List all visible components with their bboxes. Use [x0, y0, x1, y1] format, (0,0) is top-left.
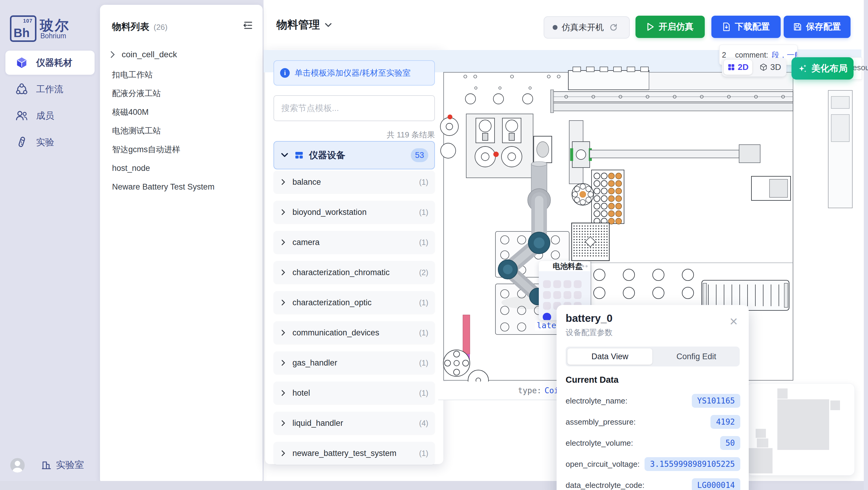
field-row-electrolyte-name: electrolyte_name: YS101165	[566, 392, 740, 409]
template-hint-text: 单击模板添加仪器/耗材至实验室	[294, 67, 411, 78]
tray-slot	[553, 280, 561, 288]
sidebar-item-label: 成员	[36, 110, 54, 122]
right-scroll-strip	[864, 0, 868, 490]
search-template-input[interactable]	[274, 95, 435, 121]
download-config-button[interactable]: 下载配置	[711, 16, 781, 38]
template-item-count: (1)	[419, 178, 428, 186]
field-value: LG000014	[692, 478, 740, 490]
refresh-icon[interactable]	[609, 23, 618, 32]
template-item-name: characterization_optic	[292, 298, 372, 307]
cube-icon	[15, 56, 28, 69]
field-label: data_electrolyte_code:	[566, 477, 645, 490]
field-value: 3.1559998989105225	[645, 457, 740, 471]
page-title-dropdown[interactable]: 物料管理	[277, 18, 332, 32]
chevron-right-icon	[281, 269, 285, 276]
user-avatar[interactable]	[10, 458, 25, 472]
template-item-name: bioyond_workstation	[292, 208, 367, 217]
save-config-button[interactable]: 保存配置	[784, 16, 850, 38]
template-item-neware-battery-test-system[interactable]: neware_battery_test_system(1)	[274, 442, 435, 465]
material-item-label: host_node	[112, 164, 150, 173]
page-title: 物料管理	[277, 18, 320, 32]
material-item-label: 电池测试工站	[112, 125, 161, 136]
tray-slot	[574, 280, 582, 288]
toggle-3d-label: 3D	[770, 62, 781, 72]
template-item-count: (1)	[419, 298, 428, 307]
plate-text-fragment: late	[535, 320, 558, 330]
chevron-down-icon	[325, 23, 332, 27]
tree-item-coin-cell-deck[interactable]: coin_cell_deck	[110, 48, 252, 61]
sidebar-item-label: 工作流	[36, 83, 63, 95]
tray-slot	[543, 291, 551, 299]
material-list-item[interactable]: Neware Battery Test System	[112, 180, 251, 194]
tray-slot	[563, 291, 571, 299]
template-item-gas-handler[interactable]: gas_handler(1)	[274, 351, 435, 374]
sidebar-item-experiments[interactable]: 实验	[5, 130, 95, 154]
sidebar-item-members[interactable]: 成员	[5, 104, 95, 128]
material-list-item[interactable]: 配液分液工站	[112, 87, 251, 100]
chevron-right-icon	[281, 390, 285, 396]
template-item-count: (2)	[419, 268, 428, 277]
template-item-bioyond-workstation[interactable]: bioyond_workstation(1)	[274, 201, 435, 224]
close-icon[interactable]: ×	[725, 313, 742, 330]
template-item-count: (1)	[419, 389, 428, 398]
template-item-count: (4)	[419, 419, 428, 428]
material-list-item[interactable]: host_node	[112, 162, 251, 175]
app-root: { "sidebar": { "logo": {"symbol": "Bh", …	[0, 0, 868, 490]
toggle-3d[interactable]: 3D	[756, 60, 784, 75]
tray-slot	[563, 280, 571, 288]
category-instruments[interactable]: 仪器设备 53	[274, 141, 435, 169]
template-item-camera[interactable]: camera(1)	[274, 231, 435, 254]
chevron-down-icon	[281, 151, 288, 159]
test-tube-icon	[15, 136, 28, 149]
beautify-layout-button[interactable]: 美化布局	[792, 57, 854, 80]
status-dot	[553, 25, 557, 30]
material-list-item[interactable]: 智达gcms自动进样	[112, 143, 251, 156]
template-item-communication-devices[interactable]: communication_devices(1)	[274, 321, 435, 344]
material-item-label: 扣电工作站	[112, 69, 153, 80]
template-item-characterization-chromatic[interactable]: characterization_chromatic(2)	[274, 261, 435, 284]
chevron-right-icon	[281, 179, 285, 185]
workflow-icon	[15, 83, 28, 96]
material-item-label: 配液分液工站	[112, 88, 161, 99]
tree-item-label: coin_cell_deck	[122, 50, 177, 59]
tab-data-view[interactable]: Data View	[567, 348, 652, 365]
sidebar-item-instruments[interactable]: 仪器耗材	[5, 51, 95, 75]
field-value: 4192	[711, 415, 740, 429]
toggle-2d[interactable]: 2D	[724, 60, 752, 75]
material-list-item[interactable]: 核磁400M	[112, 106, 251, 119]
category-label: 仪器设备	[309, 149, 345, 162]
chevron-right-icon	[281, 360, 285, 366]
template-item-balance[interactable]: balance(1)	[274, 171, 435, 194]
field-label: electrolyte_name:	[566, 392, 627, 409]
template-item-hotel[interactable]: hotel(1)	[274, 381, 435, 404]
chevron-right-icon	[281, 299, 285, 306]
lab-switcher[interactable]: 实验室	[41, 459, 84, 471]
material-list-item[interactable]: 电池测试工站	[112, 124, 251, 137]
logo-number: 107	[23, 18, 33, 24]
brand-name-en: Bohrium	[40, 32, 66, 40]
start-simulation-button[interactable]: 开启仿真	[636, 16, 705, 38]
tab-config-edit[interactable]: Config Edit	[653, 347, 740, 367]
materials-title: 物料列表(26)	[112, 21, 167, 33]
tray-slot	[574, 291, 582, 299]
material-list-item[interactable]: 扣电工作站	[112, 68, 251, 81]
template-item-name: hotel	[292, 388, 310, 398]
tray-slot-selected-battery[interactable]	[543, 313, 551, 320]
sidebar-item-workflow[interactable]: 工作流	[5, 77, 95, 101]
more-menu-icon[interactable]	[578, 265, 588, 267]
battery-tray-header: 电池料盘	[539, 261, 591, 271]
person-icon	[10, 458, 25, 472]
template-item-liquid-handler[interactable]: liquid_handler(4)	[274, 412, 435, 435]
template-item-characterization-optic[interactable]: characterization_optic(1)	[274, 291, 435, 314]
template-item-name: gas_handler	[292, 358, 337, 368]
material-item-label: 核磁400M	[112, 107, 149, 118]
template-item-name: liquid_handler	[292, 419, 343, 428]
field-label: assembly_pressure:	[566, 413, 636, 430]
view-mode-toggle: 2D 3D	[722, 58, 786, 77]
layout-minimap[interactable]	[747, 383, 855, 475]
sparkles-icon	[798, 63, 808, 74]
result-count: 共 119 条结果	[274, 129, 435, 140]
collapse-panel-icon[interactable]	[243, 20, 254, 31]
grid-2d-icon	[727, 64, 735, 71]
simulation-status-pill[interactable]: 仿真未开机	[544, 16, 630, 38]
